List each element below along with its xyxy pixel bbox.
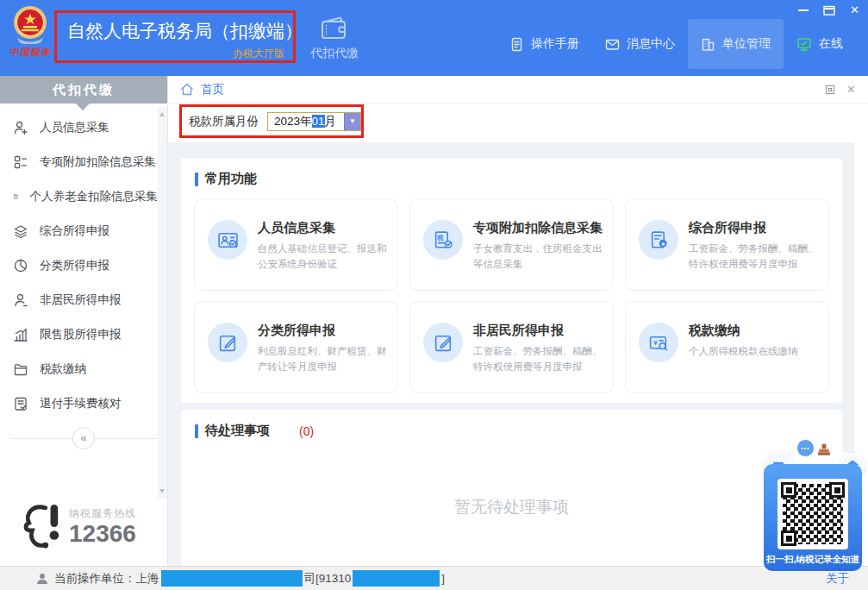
date-suffix: 月	[325, 114, 337, 129]
svg-text:★: ★	[660, 240, 665, 246]
function-cards: 人员信息采集 自然人基础信息登记、报送和公安系统身份验证 税	[181, 187, 842, 393]
message-icon	[605, 37, 620, 52]
chevron-down-icon: ▼	[349, 117, 356, 125]
bar-chart-icon	[13, 327, 28, 342]
sidebar-collapse-button[interactable]: «	[72, 427, 95, 449]
sidebar-menu: 人员信息采集 专项附加扣除信息采集 ¥ 个人养老金扣除信息采集	[0, 110, 158, 421]
sidebar-item-label: 综合所得申报	[40, 223, 109, 239]
qr-widget[interactable]: ••• ¥ 扫一扫,纳税记录全知道	[764, 438, 865, 571]
svg-text:税: 税	[436, 233, 444, 241]
nav-online-status-label: 在线	[819, 36, 843, 52]
svg-text:¥: ¥	[653, 339, 658, 347]
card-icon-wrap	[423, 323, 463, 362]
scroll-up-icon[interactable]	[159, 110, 165, 116]
hotline-block: 纳税服务热线 12366	[21, 502, 136, 550]
card-personnel-info[interactable]: 人员信息采集 自然人基础信息登记、报送和公安系统身份验证	[194, 198, 398, 291]
doc-star-icon: ★	[648, 229, 670, 251]
nav-company-management[interactable]: 单位管理	[688, 19, 784, 69]
wallet-icon	[13, 361, 28, 377]
card-tax-payment[interactable]: ¥ 税款缴纳 个人所得税税款在线缴纳	[625, 301, 829, 393]
card-comprehensive-income[interactable]: ★ 综合所得申报 工资薪金、劳务报酬、稿酬、特许权使用费等月度申报	[625, 198, 829, 291]
card-classified-income[interactable]: 分类所得申报 利息股息红利、财产租赁、财产转让等月度申报	[194, 301, 398, 393]
section-accent-bar	[195, 424, 198, 438]
card-desc: 自然人基础信息登记、报送和公安系统身份验证	[258, 242, 389, 273]
redaction-block	[353, 570, 440, 587]
sidebar-item-nonresident-income[interactable]: 非居民所得申报	[0, 283, 158, 317]
app-title: 自然人电子税务局（扣缴端）	[67, 19, 284, 43]
sidebar-item-personnel-info[interactable]: 人员信息采集	[0, 110, 158, 145]
tab-close-button[interactable]: ✕	[846, 83, 856, 96]
qr-code	[777, 479, 848, 549]
tax-month-label: 税款所属月份	[189, 114, 259, 129]
app-subtitle: 办税大厅版	[67, 47, 284, 61]
module-tab-label: 代扣代缴	[310, 46, 359, 61]
dots-bubble-icon: •••	[796, 439, 815, 457]
sidebar-scrollbar[interactable]	[158, 107, 167, 499]
sidebar-item-label: 专项附加扣除信息采集	[40, 154, 156, 170]
card-title: 人员信息采集	[258, 220, 389, 236]
sidebar-item-label: 非居民所得申报	[40, 292, 122, 308]
id-card-icon	[217, 229, 239, 251]
sidebar-item-refund-fee-check[interactable]: 退付手续费核对	[0, 386, 158, 421]
sidebar-header: 代扣代缴	[0, 76, 167, 104]
tax-doc-icon: 税	[433, 229, 454, 251]
filter-bar: 税款所属月份 2023年01月 ▼	[168, 104, 868, 142]
window-controls: ✕	[798, 4, 859, 16]
home-icon	[180, 83, 194, 96]
nav-manual[interactable]: 操作手册	[496, 19, 592, 69]
qr-caption: 扫一扫,纳税记录全知道	[764, 554, 862, 566]
common-functions-header: 常用功能	[181, 158, 842, 187]
tab-home[interactable]: 首页	[201, 82, 224, 97]
sidebar-item-special-deduction[interactable]: 专项附加扣除信息采集	[0, 145, 158, 179]
document-check-icon	[13, 396, 28, 411]
tax-month-input[interactable]: 2023年01月 ▼	[267, 112, 361, 131]
card-special-deduction[interactable]: 税 专项附加扣除信息采集 子女教育支出，住房租金支出等信息采集	[409, 198, 614, 291]
card-title: 分类所得申报	[258, 323, 389, 339]
layers-icon	[13, 223, 28, 239]
todo-title: 待处理事项	[205, 423, 270, 439]
scroll-down-icon[interactable]	[159, 489, 165, 496]
date-prefix: 2023年	[274, 114, 312, 129]
about-link[interactable]: 关于	[826, 571, 849, 587]
card-desc: 利息股息红利、财产租赁、财产转让等月度申报	[258, 344, 389, 375]
month-dropdown-button[interactable]: ▼	[344, 113, 360, 130]
sidebar-item-label: 税款缴纳	[40, 361, 86, 377]
status-bar: 当前操作单位：上海 司[91310 ] 关于	[0, 566, 868, 590]
national-emblem-icon	[10, 4, 50, 44]
sidebar-item-restricted-shares[interactable]: 限售股所得申报	[0, 317, 158, 352]
window-close-button[interactable]: ✕	[850, 4, 859, 16]
edit-icon	[217, 332, 239, 354]
card-icon-wrap: ¥	[639, 323, 678, 362]
window-maximize-button[interactable]	[823, 5, 835, 16]
card-nonresident-income[interactable]: 非居民所得申报 工资薪金、劳务报酬、稿酬、特许权使用费等月度申报	[409, 301, 614, 393]
section-accent-bar	[195, 173, 198, 186]
header-bar: 中国税务 自然人电子税务局（扣缴端） 办税大厅版 代扣代缴 ✕	[0, 0, 868, 76]
module-tab-withholding[interactable]: 代扣代缴	[299, 0, 370, 76]
tab-restore-button[interactable]	[826, 85, 834, 94]
person-add-icon	[13, 120, 28, 135]
common-functions-panel: 常用功能	[181, 158, 842, 403]
sidebar-item-label: 个人养老金扣除信息采集	[30, 189, 159, 204]
sidebar-item-tax-payment[interactable]: 税款缴纳	[0, 352, 158, 386]
pension-card-icon: ¥	[13, 189, 19, 204]
current-unit-prefix: 当前操作单位：上海	[54, 571, 159, 587]
nav-manual-label: 操作手册	[531, 36, 579, 52]
deduction-list-icon	[13, 154, 28, 170]
card-title: 综合所得申报	[689, 220, 820, 236]
window-minimize-button[interactable]	[798, 9, 809, 11]
current-unit-suffix: ]	[441, 572, 445, 585]
maximize-icon	[823, 5, 835, 16]
nav-message-center-label: 消息中心	[627, 36, 675, 52]
annotation-box-title: 自然人电子税务局（扣缴端） 办税大厅版	[54, 10, 296, 63]
sidebar-item-classified-income[interactable]: 分类所得申报	[0, 248, 158, 283]
tax-bureau-logo: 中国税务	[6, 4, 54, 59]
nav-online-status[interactable]: 在线	[784, 19, 856, 69]
card-icon-wrap	[208, 323, 247, 362]
redaction-block	[161, 570, 303, 587]
user-icon	[36, 573, 48, 585]
common-functions-title: 常用功能	[205, 171, 257, 187]
sidebar-item-comprehensive-income[interactable]: 综合所得申报	[0, 214, 158, 248]
nav-message-center[interactable]: 消息中心	[592, 19, 688, 69]
app-window: 中国税务 自然人电子税务局（扣缴端） 办税大厅版 代扣代缴 ✕	[0, 0, 868, 590]
sidebar-item-pension-deduction[interactable]: ¥ 个人养老金扣除信息采集	[0, 179, 158, 214]
